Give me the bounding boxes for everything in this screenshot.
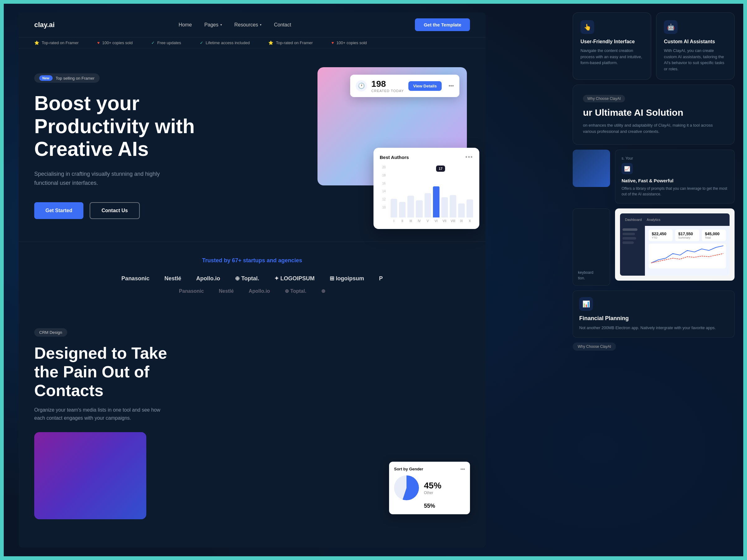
bar-label: III — [410, 219, 412, 223]
bar-label: I — [393, 219, 394, 223]
nav-cta-button[interactable]: Get the Template — [415, 18, 470, 31]
view-details-button[interactable]: View Details — [408, 81, 442, 91]
feature-blue-card — [573, 150, 610, 187]
db-stat-val-1: $22,450 — [652, 232, 670, 236]
bar-label: X — [469, 219, 471, 223]
section-badge: CRM Design — [34, 328, 67, 337]
logo-logoipsum2: ⊞ logoipsum — [330, 275, 364, 282]
hero-stat-info: 198 CREATED TODAY — [371, 79, 404, 93]
hero-stat-label: CREATED TODAY — [371, 89, 404, 93]
db-sidebar — [620, 226, 645, 276]
db-stats: $22,450 YTD $17,550 Summary $45,000 Tota… — [649, 230, 726, 241]
logo2-toptal: ⊕ Toptal. — [285, 288, 306, 294]
bar-chart: I II III IV — [391, 173, 473, 223]
logo-logoipsum: ✦ LOGOIPSUM — [274, 275, 315, 282]
db-chart — [649, 244, 726, 268]
trust-section: Trusted by 67+ startups and agencies Pan… — [19, 241, 486, 310]
why-badge: Why Choose ClayAI — [583, 95, 625, 102]
logos-row-2: Panasonic Nestlé Apollo.io ⊕ Toptal. ⊛ — [34, 288, 470, 294]
pie-main-percent: 55% — [394, 503, 465, 509]
contact-us-button[interactable]: Contact Us — [89, 202, 139, 219]
top-feature-cards: 👆 User-Friendly Interface Navigate the c… — [573, 12, 735, 80]
why-choose-section: Why Choose ClayAI ur Ultimate AI Solutio… — [573, 85, 735, 145]
bar-active — [433, 186, 439, 217]
keyboard-text: keyboard — [578, 270, 605, 275]
bar — [441, 197, 448, 217]
bar-col: III — [407, 196, 414, 223]
bar-label: VI — [435, 219, 437, 223]
chart-bar-icon: 📊 — [579, 297, 593, 311]
native-text-card: s. Your 📈 Native, Fast & Powerful Offers… — [615, 150, 735, 204]
sort-card-dots[interactable]: ••• — [460, 466, 465, 472]
ticker-item: ⭐Top-rated on Framer — [34, 41, 79, 45]
bar-col: I — [391, 199, 397, 223]
native-feature-row: s. Your 📈 Native, Fast & Powerful Offers… — [573, 150, 735, 204]
bar-label: IX — [460, 219, 463, 223]
logo-toptal: ⊕ Toptal. — [235, 275, 259, 282]
bar-label: IV — [418, 219, 420, 223]
pie-chart — [394, 475, 419, 500]
ticker-item: ✓Free updates — [151, 41, 181, 45]
keyboard-card: keyboard tion. — [573, 209, 610, 286]
chart-tooltip: 17 — [391, 165, 473, 172]
hero-title: Boost your Productivity with Creative AI… — [34, 92, 196, 161]
nav-pages[interactable]: Pages ▾ — [204, 22, 222, 28]
chart-dots[interactable]: ••• — [465, 154, 473, 161]
keyboard-text2: tion. — [578, 276, 605, 280]
db-sidebar-items — [620, 226, 645, 246]
ticker-item: ♥100+ copies sold — [332, 41, 367, 45]
touch-icon: 👆 — [581, 20, 594, 34]
feature-card-custom-ai: 🤖 Custom AI Assistants With ClayAI, you … — [656, 12, 735, 80]
ticker-item: ✓Lifetime access included — [200, 41, 250, 45]
ticker-item: ♥100+ copies sold — [97, 41, 133, 45]
chart-bars-area: 17 I II III — [391, 165, 473, 223]
bar — [416, 201, 422, 217]
logos-row-1: Panasonic Nestlé Apollo.io ⊕ Toptal. ✦ L… — [34, 275, 470, 282]
logo2-panasonic: Panasonic — [179, 288, 204, 294]
dashboard-feature-row: keyboard tion. Dashboard Analytics — [573, 209, 735, 286]
bar — [467, 199, 473, 217]
fc-title-1: User-Friendly Interface — [581, 39, 643, 45]
nav-resources[interactable]: Resources ▾ — [234, 22, 261, 28]
why-desc: on enhances the utility and adaptability… — [583, 122, 724, 134]
chart-header: Best Authors ••• — [380, 154, 473, 161]
fin-title: Financial Planning — [579, 315, 728, 322]
db-main: $22,450 YTD $17,550 Summary $45,000 Tota… — [645, 226, 729, 276]
get-started-button[interactable]: Get Started — [34, 202, 83, 219]
hero-stat-number: 198 — [371, 79, 404, 89]
db-sidebar-item — [622, 229, 638, 231]
fc-title-2: Custom AI Assistants — [664, 39, 727, 45]
fc-desc-2: With ClayAI, you can create custom AI as… — [664, 48, 727, 72]
db-content: $22,450 YTD $17,550 Summary $45,000 Tota… — [620, 226, 729, 276]
db-nav-analytics: Analytics — [647, 218, 661, 221]
hero-badge: New Top selling on Framer — [34, 74, 100, 83]
native-desc: Offers a library of prompts that you can… — [622, 186, 728, 197]
hero-stat-card: 🕐 198 CREATED TODAY View Details ••• — [350, 75, 459, 97]
logo-apollo: Apollo.io — [196, 275, 220, 282]
right-panel: 👆 User-Friendly Interface Navigate the c… — [573, 12, 735, 548]
nav-home[interactable]: Home — [179, 22, 192, 28]
badge-new: New — [39, 75, 53, 81]
sort-card-header: Sort by Gender ••• — [394, 466, 465, 472]
dots-menu[interactable]: ••• — [448, 83, 454, 89]
db-sidebar-item — [622, 237, 636, 240]
logo2-nestle: Nestlé — [219, 288, 234, 294]
bar — [399, 202, 406, 217]
bar-chart-card: Best Authors ••• 201816141210 17 I — [374, 148, 479, 229]
db-line-chart-svg — [651, 244, 723, 266]
chart-title: Best Authors — [380, 155, 409, 160]
robot-icon: 🤖 — [664, 20, 677, 34]
db-stat-val-3: $45,000 — [705, 232, 723, 236]
bar-col: II — [399, 202, 406, 223]
hero-section: New Top selling on Framer Boost your Pro… — [19, 49, 486, 241]
db-nav-dashboard: Dashboard — [625, 218, 642, 221]
db-stat-label-2: Summary — [678, 236, 696, 239]
clock-icon: 🕐 — [356, 80, 367, 91]
nav-links: Home Pages ▾ Resources ▾ Contact — [179, 22, 291, 28]
chart-yaxis: 201816141210 — [380, 165, 388, 209]
nav-contact[interactable]: Contact — [274, 22, 291, 28]
nav-logo: clay.ai — [34, 21, 55, 29]
logo2-apollo: Apollo.io — [249, 288, 270, 294]
db-sidebar-item — [622, 241, 634, 244]
bar-col: V — [424, 193, 431, 223]
